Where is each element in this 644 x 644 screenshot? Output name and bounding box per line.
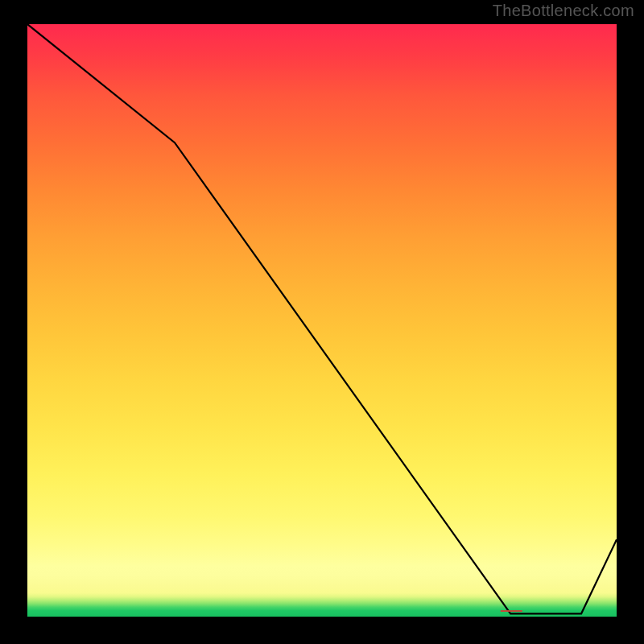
- watermark-text: TheBottleneck.com: [493, 2, 634, 20]
- curve-path: [27, 24, 617, 613]
- optimal-range-marker: ····················: [500, 605, 522, 617]
- bottleneck-curve: [27, 24, 617, 617]
